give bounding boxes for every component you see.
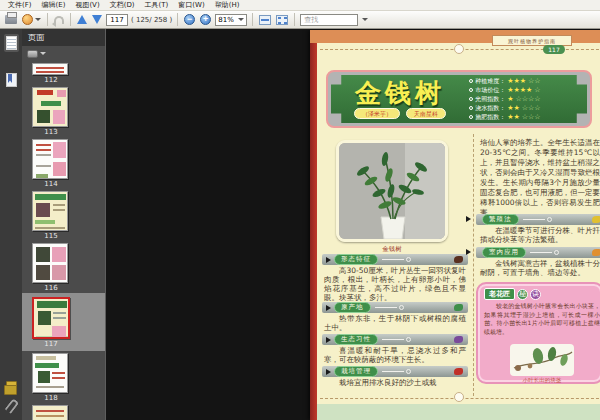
propagation-text: 在温暖季节可进行分株、叶片扦插或分块茎等方法繁殖。 bbox=[480, 226, 600, 244]
morphology-text: 高30-50厘米，叶片丛生一回羽状复叶肉质，根出，叶柄长，上有卵形小叶，佛焰花序… bbox=[324, 266, 466, 302]
rating-row: 施肥指数：★★☆☆☆ bbox=[469, 113, 583, 121]
decorative-line bbox=[382, 259, 404, 260]
stars-filled: ★★ bbox=[507, 104, 520, 112]
thumbnail-cell-selected: 117 bbox=[22, 293, 105, 351]
section-label: 室内应用 bbox=[482, 247, 526, 258]
menu-edit[interactable]: 编辑(E) bbox=[37, 0, 71, 10]
page-number-input[interactable] bbox=[106, 14, 128, 26]
thumbnail-cell bbox=[22, 403, 105, 420]
page-thumbnail-115[interactable] bbox=[32, 191, 68, 231]
section-label: 繁殖法 bbox=[482, 214, 519, 225]
decorative-line bbox=[382, 371, 404, 372]
decorative-circle bbox=[454, 392, 464, 402]
section-header-morphology: 形态特征 bbox=[322, 254, 468, 265]
previous-page-button[interactable] bbox=[76, 12, 88, 27]
decorative-line bbox=[523, 219, 545, 220]
page-thumbnail-116[interactable] bbox=[32, 243, 68, 283]
gardener-tip-box: 老花匠 秘 诀 较老的金钱树小叶腋常会长出小块茎，如果将其埋于湿沙上培植，可长成… bbox=[476, 282, 600, 384]
toolbar-divider bbox=[47, 13, 48, 26]
menu-bar: 文件(F) 编辑(E) 视图(V) 文档(D) 工具(T) 窗口(W) 帮助(H… bbox=[0, 0, 600, 11]
page-thumbnail-117[interactable] bbox=[32, 297, 70, 339]
search-options-icon[interactable] bbox=[362, 18, 368, 21]
pages-panel-tab[interactable] bbox=[4, 34, 19, 52]
page-thumbnail-113[interactable] bbox=[32, 87, 68, 127]
rating-row: 市场价位：★★★★☆ bbox=[469, 86, 583, 94]
comments-panel-tab[interactable] bbox=[4, 376, 19, 394]
fit-page-button[interactable] bbox=[275, 12, 289, 27]
menu-window[interactable]: 窗口(W) bbox=[173, 0, 209, 10]
thumbnail-cell: 112 bbox=[22, 61, 105, 85]
section-label: 生态习性 bbox=[334, 334, 378, 345]
page-spine-strip bbox=[310, 43, 317, 420]
page-thumbnail-118[interactable] bbox=[32, 353, 68, 393]
thumbnail-cell: 113 bbox=[22, 85, 105, 137]
zoom-in-button[interactable] bbox=[199, 12, 212, 27]
sprout-icon bbox=[592, 216, 600, 223]
decorative-circle bbox=[454, 44, 464, 54]
thumbnail-page-number: 118 bbox=[32, 393, 70, 402]
next-page-button[interactable] bbox=[91, 12, 103, 27]
leaf-icon bbox=[454, 256, 463, 263]
toolbar-divider bbox=[294, 13, 295, 26]
bullet-circle-icon bbox=[469, 97, 473, 101]
arrow-right-icon bbox=[326, 305, 331, 311]
zoom-in-icon bbox=[200, 14, 211, 25]
pen-icon bbox=[454, 368, 463, 375]
section-label: 原产地 bbox=[334, 302, 371, 313]
document-area[interactable]: 观叶植物养护指南 117 金钱树 （泽米芋） 天南星科 种植难度：★★★☆☆ bbox=[106, 29, 600, 420]
menu-tools[interactable]: 工具(T) bbox=[140, 0, 174, 10]
chevron-down-icon bbox=[40, 52, 46, 55]
tip-brand-label: 老花匠 bbox=[484, 288, 515, 300]
print-button[interactable] bbox=[4, 12, 18, 27]
zoom-level-select[interactable]: 81% bbox=[215, 14, 247, 26]
arrow-right-icon bbox=[326, 257, 331, 263]
export-button[interactable] bbox=[21, 12, 42, 27]
fit-width-icon bbox=[259, 15, 271, 25]
menu-help[interactable]: 帮助(H) bbox=[210, 0, 245, 10]
page-thumbnail-114[interactable] bbox=[32, 139, 68, 179]
page-bottom-strip bbox=[317, 404, 600, 420]
decorative-circle-icon bbox=[406, 337, 411, 342]
decorative-line bbox=[375, 307, 397, 308]
ratings-list: 种植难度：★★★☆☆ 市场价位：★★★★☆ 光照指数：★☆☆☆☆ 浇水指数：★★… bbox=[469, 75, 587, 123]
back-button[interactable] bbox=[53, 12, 65, 27]
menu-document[interactable]: 文档(D) bbox=[105, 0, 140, 10]
tip-header: 老花匠 秘 诀 bbox=[484, 288, 541, 300]
column-divider bbox=[473, 134, 474, 396]
zoom-out-icon bbox=[184, 14, 195, 25]
rating-label: 浇水指数： bbox=[475, 104, 505, 112]
menu-view[interactable]: 视图(V) bbox=[70, 0, 104, 10]
pages-icon bbox=[6, 36, 17, 50]
stars-filled: ★★★ bbox=[507, 77, 526, 85]
tip-text: 较老的金钱树小叶腋常会长出小块茎，如果将其埋于湿沙上培植，可长成一棵小苗。待小苗… bbox=[484, 302, 600, 336]
menu-file[interactable]: 文件(F) bbox=[3, 0, 37, 10]
zz-plant-illustration bbox=[339, 143, 445, 239]
toolbar: ( 125/ 258 ) 81% bbox=[0, 11, 600, 29]
search-input[interactable] bbox=[300, 14, 358, 26]
zoom-out-button[interactable] bbox=[183, 12, 196, 27]
attachments-panel-tab[interactable] bbox=[4, 397, 19, 415]
tip-badge-secret: 秘 bbox=[517, 289, 528, 300]
stars-empty: ☆☆☆ bbox=[522, 113, 541, 121]
decorative-circle-icon bbox=[547, 217, 552, 222]
stars-filled: ★★ bbox=[507, 113, 520, 121]
page-up-icon bbox=[77, 15, 87, 24]
page-thumbnail-partial[interactable] bbox=[32, 405, 68, 420]
indoor-use-text: 金钱树寓意吉祥，盆栽植株十分耐阴，可置于墙角、墙边等处。 bbox=[480, 259, 600, 277]
bullet-circle-icon bbox=[469, 88, 473, 92]
arrow-right-icon bbox=[326, 337, 331, 343]
main-area: 页面 112 113 114 115 116 bbox=[0, 29, 600, 420]
rating-label: 施肥指数： bbox=[475, 113, 505, 121]
pot-icon bbox=[592, 249, 600, 256]
stars-empty: ☆☆ bbox=[528, 77, 541, 85]
paperclip-icon bbox=[4, 398, 19, 414]
stars-filled: ★★★★ bbox=[507, 86, 532, 94]
title-banner: 金钱树 （泽米芋） 天南星科 种植难度：★★★☆☆ 市场价位：★★★★☆ 光照指… bbox=[326, 70, 592, 128]
page-thumbnail-112[interactable] bbox=[32, 63, 68, 75]
thumbnail-options-button[interactable] bbox=[22, 46, 105, 61]
book-page: 观叶植物养护指南 117 金钱树 （泽米芋） 天南星科 种植难度：★★★☆☆ bbox=[310, 30, 600, 420]
fit-width-button[interactable] bbox=[258, 12, 272, 27]
section-header-propagation: 繁殖法 bbox=[476, 214, 600, 225]
habits-text: 喜温暖和耐干旱，忌浇水过多和严寒，可在较荫蔽的环境下生长。 bbox=[324, 346, 466, 364]
bookmarks-panel-tab[interactable] bbox=[4, 71, 19, 89]
